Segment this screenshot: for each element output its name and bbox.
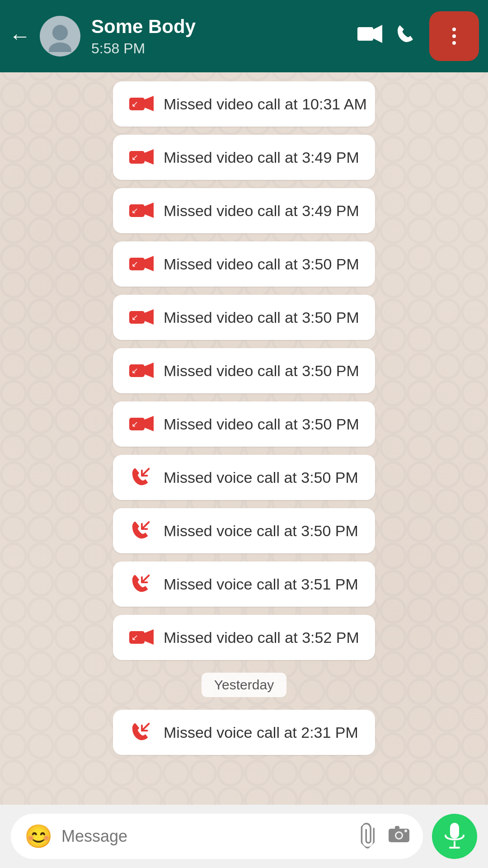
mic-icon <box>443 823 466 850</box>
camera-button[interactable] <box>389 825 409 848</box>
svg-marker-18 <box>145 309 154 325</box>
call-text: Missed video call at 3:50 PM <box>164 362 359 380</box>
back-button[interactable]: ← <box>9 25 31 47</box>
svg-point-1 <box>49 42 71 52</box>
svg-text:↙: ↙ <box>131 420 138 429</box>
svg-text:↙: ↙ <box>131 259 138 269</box>
contact-name: Some Body <box>91 15 357 38</box>
list-item[interactable]: Missed voice call at 2:31 PM <box>113 710 375 755</box>
call-text: Missed video call at 3:49 PM <box>164 149 359 166</box>
svg-marker-30 <box>145 629 154 645</box>
svg-marker-21 <box>145 363 154 378</box>
message-input-bar: 😊 <box>0 805 488 868</box>
list-item[interactable]: ↙ Missed video call at 3:50 PM <box>113 348 375 393</box>
svg-marker-12 <box>145 203 154 218</box>
missed-video-call-icon: ↙ <box>129 358 155 383</box>
call-text: Missed video call at 3:50 PM <box>164 415 359 433</box>
missed-video-call-icon: ↙ <box>129 145 155 170</box>
svg-line-26 <box>142 522 149 529</box>
call-text: Missed voice call at 3:50 PM <box>164 469 358 486</box>
svg-marker-15 <box>145 256 154 271</box>
missed-voice-call-icon <box>129 518 155 543</box>
message-input[interactable] <box>61 827 350 846</box>
contact-status: 5:58 PM <box>91 40 357 57</box>
missed-voice-call-icon <box>129 720 155 745</box>
call-text: Missed video call at 10:31 AM <box>164 95 367 113</box>
svg-line-25 <box>142 469 149 476</box>
contact-avatar[interactable] <box>40 16 80 57</box>
svg-line-31 <box>142 724 149 731</box>
svg-point-34 <box>396 833 402 838</box>
attach-button[interactable] <box>353 820 386 853</box>
svg-marker-9 <box>145 149 154 165</box>
svg-text:↙: ↙ <box>131 633 138 642</box>
svg-line-27 <box>142 576 149 582</box>
list-item[interactable]: ↙ Missed video call at 3:50 PM <box>113 401 375 447</box>
svg-marker-24 <box>145 416 154 431</box>
list-item[interactable]: ↙ Missed video call at 3:49 PM <box>113 188 375 233</box>
svg-rect-37 <box>450 823 459 839</box>
missed-video-call-icon: ↙ <box>129 411 155 437</box>
missed-video-call-icon: ↙ <box>129 251 155 277</box>
svg-point-36 <box>404 830 407 832</box>
svg-marker-6 <box>145 96 154 111</box>
call-text: Missed video call at 3:50 PM <box>164 309 359 326</box>
message-input-container: 😊 <box>11 814 423 859</box>
more-dots-icon <box>452 28 456 45</box>
list-item[interactable]: ↙ Missed video call at 3:52 PM <box>113 615 375 660</box>
list-item[interactable]: ↙ Missed video call at 3:50 PM <box>113 295 375 340</box>
list-item[interactable]: Missed voice call at 3:50 PM <box>113 455 375 500</box>
svg-text:↙: ↙ <box>131 313 138 322</box>
svg-text:↙: ↙ <box>131 153 138 162</box>
contact-info: Some Body 5:58 PM <box>91 15 357 57</box>
header-action-icons <box>357 11 479 61</box>
call-text: Missed video call at 3:49 PM <box>164 202 359 220</box>
svg-text:↙: ↙ <box>131 366 138 375</box>
missed-video-call-icon: ↙ <box>129 625 155 650</box>
svg-point-0 <box>52 25 68 40</box>
call-text: Missed voice call at 3:51 PM <box>164 576 358 593</box>
list-item[interactable]: ↙ Missed video call at 10:31 AM <box>113 81 375 127</box>
more-options-button[interactable] <box>429 11 479 61</box>
missed-video-call-icon: ↙ <box>129 91 155 117</box>
svg-rect-2 <box>357 27 373 41</box>
call-text: Missed video call at 3:50 PM <box>164 255 359 273</box>
svg-rect-35 <box>395 826 399 830</box>
date-separator: Yesterday <box>202 673 286 697</box>
emoji-button[interactable]: 😊 <box>24 823 52 849</box>
video-call-button[interactable] <box>357 25 382 47</box>
list-item[interactable]: ↙ Missed video call at 3:49 PM <box>113 135 375 180</box>
voice-call-button[interactable] <box>396 24 416 48</box>
missed-voice-call-icon <box>129 571 155 597</box>
chat-messages: ↙ Missed video call at 10:31 AM ↙ Missed… <box>0 72 488 805</box>
missed-voice-call-icon <box>129 465 155 490</box>
svg-text:↙: ↙ <box>131 99 138 108</box>
avatar-icon <box>44 20 76 52</box>
missed-video-call-icon: ↙ <box>129 305 155 330</box>
list-item[interactable]: Missed voice call at 3:51 PM <box>113 561 375 607</box>
call-text: Missed video call at 3:52 PM <box>164 629 359 646</box>
call-text: Missed voice call at 2:31 PM <box>164 724 358 741</box>
list-item[interactable]: Missed voice call at 3:50 PM <box>113 508 375 553</box>
svg-marker-3 <box>373 25 382 43</box>
missed-video-call-icon: ↙ <box>129 198 155 223</box>
chat-header: ← Some Body 5:58 PM <box>0 0 488 72</box>
list-item[interactable]: ↙ Missed video call at 3:50 PM <box>113 241 375 287</box>
call-text: Missed voice call at 3:50 PM <box>164 522 358 540</box>
voice-message-button[interactable] <box>432 814 477 859</box>
svg-text:↙: ↙ <box>131 206 138 215</box>
